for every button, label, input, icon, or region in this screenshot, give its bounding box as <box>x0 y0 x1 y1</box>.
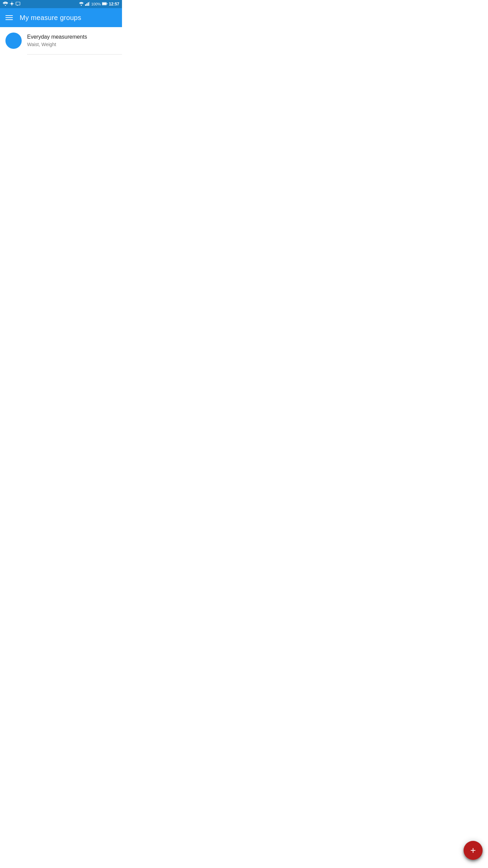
wifi-status-icon <box>79 2 84 6</box>
app-bar: My measure groups <box>0 8 122 27</box>
weather-icon <box>9 2 14 6</box>
svg-rect-8 <box>85 4 86 6</box>
battery-icon <box>102 2 107 6</box>
status-bar: 100% 12:57 <box>0 0 122 8</box>
svg-point-0 <box>5 5 6 6</box>
svg-rect-14 <box>107 3 107 4</box>
svg-rect-13 <box>102 3 106 5</box>
message-icon <box>16 2 20 6</box>
svg-rect-10 <box>88 2 89 6</box>
status-bar-left <box>3 2 20 6</box>
svg-point-7 <box>81 5 82 6</box>
menu-button[interactable] <box>5 15 13 20</box>
group-avatar <box>5 33 22 49</box>
list-item[interactable]: Everyday measurements Waist, Weight <box>0 27 122 54</box>
group-name: Everyday measurements <box>27 33 117 41</box>
list-divider <box>27 54 122 55</box>
signal-strength-icon <box>85 2 90 6</box>
network-icon <box>3 2 8 6</box>
svg-rect-9 <box>86 3 87 6</box>
status-time: 12:57 <box>109 2 119 6</box>
status-bar-right: 100% 12:57 <box>79 2 119 6</box>
svg-rect-11 <box>89 2 90 6</box>
battery-percentage: 100% <box>91 2 101 6</box>
svg-rect-6 <box>16 2 20 5</box>
group-measures: Waist, Weight <box>27 41 117 48</box>
svg-point-1 <box>11 3 13 5</box>
page-title: My measure groups <box>20 14 81 22</box>
list-item-text: Everyday measurements Waist, Weight <box>27 33 117 48</box>
content-area: Everyday measurements Waist, Weight <box>0 27 122 55</box>
